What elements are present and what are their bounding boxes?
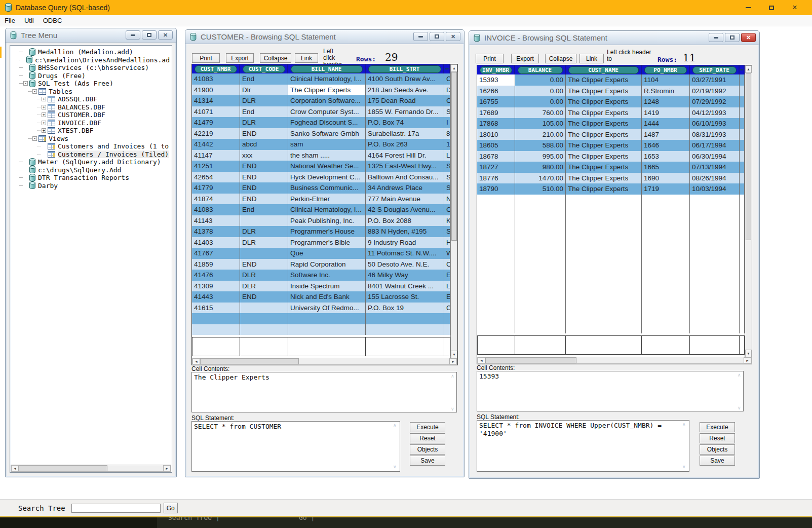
grid-cell[interactable]: 07/13/1994 <box>690 162 740 173</box>
grid-cell-clipped[interactable]: S <box>444 172 450 183</box>
customer-horizontal-scrollbar[interactable]: ◄ ► <box>192 358 457 365</box>
grid-cell[interactable]: Hyck Development C... <box>288 172 366 183</box>
column-header[interactable]: CUST_CODE <box>240 64 288 73</box>
close-icon[interactable]: ✕ <box>741 33 756 42</box>
print-button[interactable]: Print <box>192 53 220 63</box>
grid-cell-clipped[interactable]: K <box>444 215 450 227</box>
grid-cell[interactable]: 175 Dean Road <box>366 95 444 106</box>
grid-cell[interactable]: 41147 <box>192 150 240 161</box>
expand-toggle-icon[interactable]: + <box>42 128 46 133</box>
grid-cell[interactable]: 41251 <box>192 161 240 172</box>
scrollbar-thumb[interactable] <box>200 358 299 364</box>
grid-cell[interactable]: 18010 <box>477 129 515 140</box>
grid-cell-clipped[interactable] <box>740 183 745 195</box>
grid-cell[interactable]: 42 S Douglas Avenu... <box>366 204 444 215</box>
grid-cell[interactable]: END <box>240 291 288 303</box>
scrollbar-thumb[interactable] <box>451 72 457 241</box>
grid-cell[interactable]: 1653 <box>642 151 690 162</box>
grid-cell[interactable]: 218 Jan Seeds Ave. <box>366 85 444 96</box>
execute-button[interactable]: Execute <box>410 422 445 432</box>
sql-statement-box[interactable]: SELECT * from CUSTOMER <box>191 421 400 472</box>
grid-cell[interactable]: University Of Redmo... <box>288 303 366 314</box>
grid-cell-clipped[interactable] <box>740 86 745 97</box>
sql-statement-box[interactable]: SELECT * from INVOICE WHERE Upper(CUST_N… <box>477 420 689 472</box>
minimize-icon[interactable] <box>709 33 723 42</box>
grid-cell[interactable]: The Clipper Experts <box>566 162 642 173</box>
column-header[interactable]: BALANCE <box>515 65 566 74</box>
menu-item[interactable]: File <box>0 17 20 24</box>
grid-cell-clipped[interactable]: E <box>444 291 450 303</box>
grid-cell[interactable]: Inside Spectrum <box>288 281 366 292</box>
grid-cell[interactable]: P.O. Box 2088 <box>366 215 444 227</box>
scroll-left-icon[interactable]: ◄ <box>478 357 485 363</box>
grid-cell[interactable]: END <box>240 128 288 139</box>
grid-cell[interactable]: DLR <box>240 95 288 106</box>
link-button[interactable]: Link <box>295 53 318 63</box>
grid-cell[interactable]: 06/30/1994 <box>690 151 740 162</box>
scrollbar-thumb[interactable] <box>19 465 107 471</box>
grid-cell[interactable]: DLR <box>240 226 288 237</box>
grid-cell[interactable]: The Clipper Experts <box>566 183 642 195</box>
search-tree-input[interactable] <box>71 504 161 513</box>
grid-cell[interactable]: 760.00 <box>515 107 566 119</box>
grid-cell[interactable]: 18790 <box>477 183 515 195</box>
maximize-icon[interactable] <box>142 30 157 40</box>
invoice-horizontal-scrollbar[interactable]: ◄ ► <box>477 357 752 364</box>
save-button[interactable]: Save <box>410 456 445 466</box>
scrollbar-thumb[interactable] <box>746 73 751 240</box>
grid-cell[interactable]: Dlr <box>240 85 288 96</box>
grid-cell[interactable]: 03/27/1991 <box>690 74 740 86</box>
maximize-icon[interactable] <box>430 32 444 41</box>
grid-cell-clipped[interactable]: H <box>444 237 450 248</box>
go-button[interactable]: Go <box>164 503 178 513</box>
grid-cell[interactable]: 41309 <box>192 281 240 292</box>
grid-cell[interactable]: Rapid Corporation <box>288 259 366 270</box>
grid-cell[interactable]: 08/26/1994 <box>690 173 740 184</box>
grid-cell[interactable]: 11 Potomac St. N.W.... <box>366 248 444 259</box>
grid-cell-clipped[interactable]: C <box>444 204 450 215</box>
expand-toggle-icon[interactable]: + <box>42 97 46 101</box>
grid-cell[interactable]: 210.00 <box>515 129 566 140</box>
grid-cell[interactable]: End <box>240 106 288 118</box>
tree-item[interactable]: Customers and Invoices (1 to <box>12 142 170 150</box>
tree-item[interactable]: + BALANCES.DBF <box>12 103 170 111</box>
grid-cell[interactable]: Que <box>288 248 366 259</box>
expand-toggle-icon[interactable]: + <box>42 121 46 125</box>
save-button[interactable]: Save <box>700 456 735 466</box>
grid-cell[interactable]: 34 Andrews Place <box>366 182 444 194</box>
grid-cell[interactable]: The Clipper Experts <box>566 129 642 140</box>
customer-vertical-scrollbar[interactable]: ▲ ▼ <box>450 64 457 358</box>
cell-contents-box[interactable]: The Clipper Experts <box>191 372 457 412</box>
grid-cell[interactable]: End <box>240 73 288 85</box>
grid-cell[interactable]: The Clipper Experts <box>566 74 642 86</box>
grid-cell[interactable]: 0.00 <box>515 86 566 97</box>
tree-window-titlebar[interactable]: Tree Menu ✕ <box>6 28 176 43</box>
close-icon[interactable]: × <box>787 0 803 15</box>
grid-cell-clipped[interactable]: C <box>444 303 450 314</box>
scroll-down-icon[interactable]: ▼ <box>451 351 457 358</box>
collapse-button[interactable]: Collapse <box>545 54 576 63</box>
grid-cell-clipped[interactable]: C <box>444 73 450 85</box>
grid-cell[interactable]: 1646 <box>642 140 690 151</box>
grid-cell[interactable]: Programmer's House <box>288 226 366 237</box>
objects-button[interactable]: Objects <box>700 444 735 455</box>
expand-toggle-icon[interactable]: - <box>32 136 37 141</box>
execute-button[interactable]: Execute <box>700 422 735 432</box>
tree-item[interactable]: - Tables <box>12 88 170 96</box>
grid-cell[interactable]: 41615 <box>192 303 240 314</box>
grid-cell[interactable]: 1719 <box>642 183 690 195</box>
grid-cell[interactable]: The Clipper Experts <box>566 151 642 162</box>
grid-cell-clipped[interactable] <box>740 140 745 151</box>
grid-cell-clipped[interactable]: N <box>444 194 450 205</box>
expand-toggle-icon[interactable]: - <box>23 81 28 86</box>
grid-cell[interactable]: 980.00 <box>515 162 566 173</box>
grid-cell[interactable]: END <box>240 161 288 172</box>
grid-cell[interactable]: 08/31/1993 <box>690 129 740 140</box>
export-button[interactable]: Export <box>226 53 254 63</box>
grid-cell[interactable]: the sham ..... <box>288 150 366 161</box>
cell-contents-box[interactable]: 15393 <box>477 371 744 411</box>
column-header-partial[interactable] <box>740 65 745 74</box>
grid-cell[interactable]: Perkin-Elmer <box>288 194 366 205</box>
expand-toggle-icon[interactable]: + <box>42 112 46 117</box>
grid-cell-clipped[interactable] <box>740 173 745 184</box>
